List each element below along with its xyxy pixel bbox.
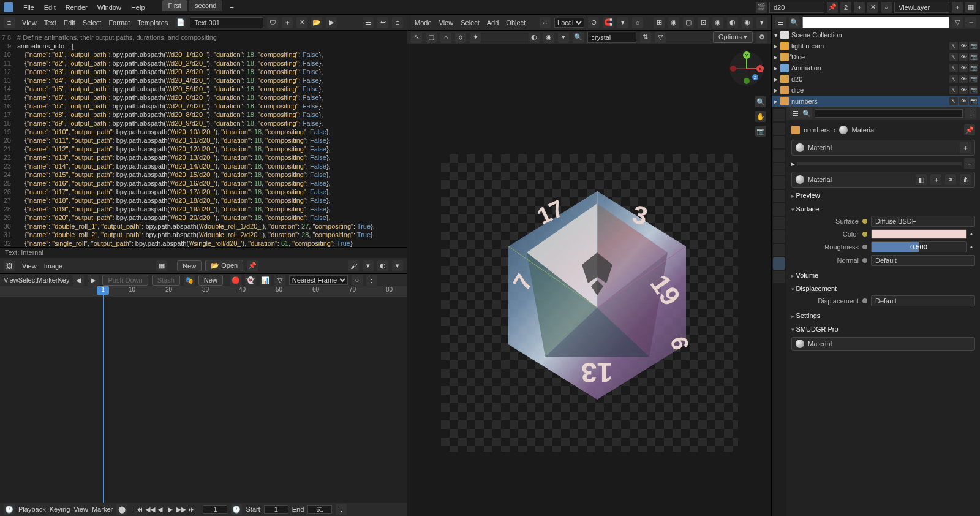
tab-scene[interactable] bbox=[773, 150, 785, 162]
color-swatch[interactable] bbox=[871, 229, 967, 239]
vp-menu-select[interactable]: Select bbox=[457, 19, 483, 26]
displacement-select[interactable]: Default bbox=[871, 295, 975, 306]
toggle-wrap-button[interactable]: ↩ bbox=[377, 17, 388, 28]
restrict-render-icon[interactable]: 📷 bbox=[969, 64, 978, 72]
toggle-lines-button[interactable]: ☰ bbox=[363, 17, 374, 28]
panel-displacement[interactable]: Displacement bbox=[791, 283, 975, 294]
new-viewlayer-button[interactable]: ＋ bbox=[952, 2, 963, 13]
surface-shader-select[interactable]: Diffuse BSDF bbox=[871, 216, 975, 227]
scene-name-input[interactable] bbox=[769, 2, 824, 13]
image-display-dropdown[interactable]: ▾ bbox=[363, 260, 374, 271]
roughness-slider[interactable]: 0.500 bbox=[871, 241, 967, 252]
panel-settings[interactable]: Settings bbox=[791, 310, 975, 321]
texted-menu-edit[interactable]: Edit bbox=[60, 19, 79, 26]
shading-solid-button[interactable]: ◉ bbox=[712, 17, 723, 28]
summary-button[interactable]: 📊 bbox=[260, 275, 271, 286]
nav-gizmo[interactable]: Y X Z bbox=[728, 50, 765, 87]
select-tweak-button[interactable]: ✦ bbox=[470, 32, 481, 43]
node-material-button[interactable]: ⋔ bbox=[960, 174, 971, 185]
pin-image-button[interactable]: 📌 bbox=[247, 260, 258, 271]
normal-node-dot-icon[interactable] bbox=[862, 258, 867, 263]
restrict-render-icon[interactable]: 📷 bbox=[969, 97, 978, 105]
proportional-edit-button[interactable]: ○ bbox=[632, 17, 643, 28]
props-mode-icon[interactable]: ☰ bbox=[790, 108, 801, 119]
restrict-render-icon[interactable]: 📷 bbox=[969, 53, 978, 61]
zoom-tool-icon[interactable]: 🔍 bbox=[755, 96, 766, 107]
tab-material[interactable] bbox=[773, 257, 785, 270]
scene-icon[interactable]: 🎬 bbox=[756, 2, 767, 13]
vp-menu-mode[interactable]: Mode bbox=[411, 19, 435, 26]
restrict-viewport-icon[interactable]: 👁 bbox=[959, 53, 968, 61]
normal-select[interactable]: Default bbox=[871, 255, 975, 266]
tab-viewlayer[interactable] bbox=[773, 136, 785, 148]
outliner-row-light-n-cam[interactable]: ▸light n cam ↖ 👁 📷 bbox=[772, 40, 980, 51]
select-lasso-button[interactable]: ◊ bbox=[455, 32, 466, 43]
new-text-button[interactable]: ＋ bbox=[282, 17, 293, 28]
select-circle-button[interactable]: ○ bbox=[440, 32, 451, 43]
dope-menu-select[interactable]: Select bbox=[18, 276, 37, 284]
unlink-text-button[interactable]: ✕ bbox=[296, 17, 307, 28]
autokey-record-button[interactable]: ⬤ bbox=[116, 504, 127, 515]
menu-file[interactable]: File bbox=[18, 4, 39, 11]
menu-window[interactable]: Window bbox=[92, 4, 126, 11]
action-browse-icon[interactable]: 🎭 bbox=[184, 275, 195, 286]
delete-scene-button[interactable]: ✕ bbox=[867, 2, 878, 13]
end-frame-input[interactable] bbox=[307, 505, 332, 514]
outliner-row-numbers[interactable]: ▸numbers ↖ 👁 📷 bbox=[772, 96, 980, 107]
restrict-render-icon[interactable]: 📷 bbox=[969, 86, 978, 94]
add-workspace-button[interactable]: + bbox=[224, 2, 239, 13]
play-button[interactable]: ▶ bbox=[166, 506, 175, 514]
material-datablock[interactable]: Material ◧ ＋ ✕ ⋔ bbox=[791, 172, 975, 188]
texted-menu-format[interactable]: Format bbox=[105, 19, 134, 26]
viewport-search-input[interactable] bbox=[587, 32, 636, 43]
viewport-settings-button[interactable]: ⚙ bbox=[756, 32, 767, 43]
new-material-button[interactable]: ＋ bbox=[930, 174, 941, 185]
tool-cursor-icon[interactable]: ↖ bbox=[411, 32, 422, 43]
pivot-button[interactable]: ⊙ bbox=[588, 17, 599, 28]
imge-menu-view[interactable]: View bbox=[18, 262, 40, 270]
image-channels-button[interactable]: ◐ bbox=[377, 260, 388, 271]
text-name-input[interactable] bbox=[190, 17, 263, 28]
tab-object[interactable] bbox=[773, 176, 785, 189]
editor-type-timeline-icon[interactable]: 🕐 bbox=[4, 504, 15, 515]
code-editor[interactable]: 7 8 9 10 11 12 13 14 15 16 17 18 19 20 2… bbox=[0, 31, 407, 247]
panel-preview[interactable]: Preview bbox=[791, 190, 975, 201]
outliner-row-Animation[interactable]: ▸Animation ↖ 👁 📷 bbox=[772, 63, 980, 74]
restrict-select-icon[interactable]: ↖ bbox=[949, 75, 958, 83]
imge-menu-image[interactable]: Image bbox=[40, 262, 67, 270]
material-slot[interactable]: Material ＋ bbox=[791, 140, 975, 156]
push-down-button[interactable]: Push Down bbox=[102, 275, 148, 286]
outliner-search-icon[interactable]: 🔍 bbox=[789, 17, 800, 28]
timeline-area[interactable]: 1020304050607080 1 bbox=[0, 286, 407, 503]
restrict-viewport-icon[interactable]: 👁 bbox=[959, 42, 968, 50]
menu-help[interactable]: Help bbox=[126, 4, 150, 11]
gizmo-button[interactable]: ⊞ bbox=[654, 17, 665, 28]
slot-add-button[interactable]: ＋ bbox=[960, 142, 971, 153]
menu-edit[interactable]: Edit bbox=[39, 4, 61, 11]
play-reverse-button[interactable]: ◀ bbox=[156, 506, 164, 514]
new-scene-button[interactable]: ＋ bbox=[854, 2, 865, 13]
keying-menu[interactable]: Keying bbox=[50, 506, 70, 513]
new-action-button[interactable]: New bbox=[198, 275, 223, 286]
3d-viewport[interactable]: 3 17 7 19 6 13 Y X Z 🔍 ✋ bbox=[407, 44, 771, 516]
viewlayer-icon[interactable]: ▫ bbox=[881, 2, 892, 13]
ghost-button[interactable]: 👻 bbox=[245, 275, 256, 286]
texted-menu-view[interactable]: View bbox=[18, 19, 40, 26]
text-datablock-icon[interactable]: 📄 bbox=[175, 17, 186, 28]
slot-remove-button[interactable]: － bbox=[964, 158, 975, 169]
pan-tool-icon[interactable]: ✋ bbox=[755, 111, 766, 122]
tab-modifiers[interactable] bbox=[773, 190, 785, 202]
editor-type-text-icon[interactable]: ≡ bbox=[4, 17, 15, 28]
props-search-icon[interactable]: 🔍 bbox=[801, 108, 812, 119]
restrict-viewport-icon[interactable]: 👁 bbox=[959, 75, 968, 83]
workspace-tab-second[interactable]: second bbox=[189, 0, 222, 11]
texted-menu-templates[interactable]: Templates bbox=[134, 19, 172, 26]
panel-surface[interactable]: Surface bbox=[791, 203, 975, 214]
restrict-select-icon[interactable]: ↖ bbox=[949, 53, 958, 61]
menu-render[interactable]: Render bbox=[61, 4, 92, 11]
dope-extra-button[interactable]: ⋮ bbox=[366, 275, 377, 286]
vp-menu-view[interactable]: View bbox=[435, 19, 458, 26]
restrict-viewport-icon[interactable]: 👁 bbox=[959, 86, 968, 94]
restrict-select-icon[interactable]: ↖ bbox=[949, 97, 958, 105]
auto-key-button[interactable]: 🔴 bbox=[230, 275, 241, 286]
